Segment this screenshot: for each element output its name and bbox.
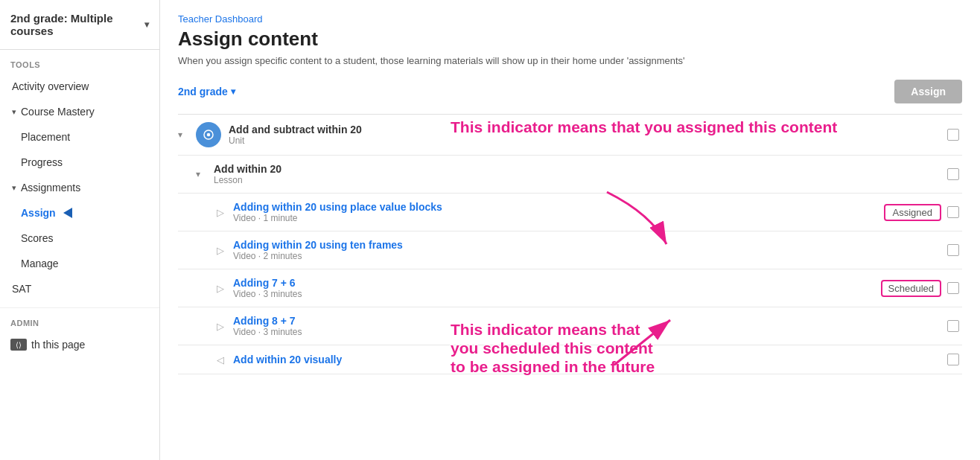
grade-label: 2nd grade: [178, 86, 228, 98]
sidebar-item-label: Assign: [21, 207, 56, 219]
play-icon-2: ▷: [214, 243, 227, 257]
sidebar-item-course-mastery[interactable]: ▾ Course Mastery: [0, 99, 159, 124]
video-row-1: ▷ Adding within 20 using place value blo…: [178, 194, 962, 231]
sidebar-item-placement[interactable]: Placement: [0, 124, 159, 150]
expand-lesson-btn[interactable]: ▾: [196, 169, 211, 179]
unit-meta: Unit: [229, 135, 947, 146]
video-title-2[interactable]: Adding within 20 using ten frames: [233, 239, 947, 251]
expand-icon: ▾: [12, 107, 16, 117]
video-meta-1: Video · 1 minute: [233, 213, 884, 223]
admin-label: ADMIN: [0, 307, 159, 332]
unit-checkbox[interactable]: [947, 129, 959, 141]
video-title-5[interactable]: Add within 20 visually: [233, 354, 947, 365]
unit-actions: [947, 129, 959, 141]
lesson-actions: [947, 168, 959, 180]
sidebar-item-assignments[interactable]: ▾ Assignments: [0, 175, 159, 200]
video-title-4[interactable]: Adding 8 + 7: [233, 315, 947, 327]
svg-point-1: [207, 133, 211, 137]
unit-info: Add and subtract within 20 Unit: [229, 124, 947, 146]
admin-icon: ⟨⟩: [10, 339, 27, 351]
lesson-row: ▾ Add within 20 Lesson: [178, 156, 962, 194]
play-icon-1: ▷: [214, 205, 227, 219]
video-title-1[interactable]: Adding within 20 using place value block…: [233, 201, 884, 213]
active-arrow-icon: [63, 208, 72, 218]
main-content: Teacher Dashboard Assign content When yo…: [160, 0, 980, 460]
lesson-info: Add within 20 Lesson: [214, 163, 947, 185]
unit-title: Add and subtract within 20: [229, 124, 947, 135]
toolbar: 2nd grade ▾ Assign: [178, 80, 962, 103]
video-meta-2: Video · 2 minutes: [233, 251, 947, 261]
video-info-2: Adding within 20 using ten frames Video …: [233, 239, 947, 261]
sidebar-item-label: Manage: [21, 258, 59, 269]
scheduled-badge: Scheduled: [881, 280, 941, 297]
lesson-title: Add within 20: [214, 163, 947, 175]
sidebar-item-label: Progress: [21, 156, 63, 168]
breadcrumb[interactable]: Teacher Dashboard: [178, 13, 962, 25]
page-title: Assign content: [178, 28, 962, 51]
video-title-3[interactable]: Adding 7 + 6: [233, 277, 881, 289]
video-row-4: ▷ Adding 8 + 7 Video · 3 minutes: [178, 307, 962, 345]
tools-label: TOOLS: [0, 50, 159, 74]
sidebar: 2nd grade: Multiple courses ▾ TOOLS Acti…: [0, 0, 160, 460]
content-list: ▾ Add and subtract within 20 Unit ▾ Add …: [178, 114, 962, 374]
video-info-5: Add within 20 visually: [233, 354, 947, 365]
sidebar-item-label: Course Mastery: [21, 106, 95, 118]
page-subtitle: When you assign specific content to a st…: [178, 55, 962, 66]
video-row-3: ▷ Adding 7 + 6 Video · 3 minutes Schedul…: [178, 269, 962, 307]
assigned-badge: Assigned: [884, 204, 941, 221]
video-row-5: ◁ Add within 20 visually: [178, 345, 962, 374]
video-meta-3: Video · 3 minutes: [233, 289, 881, 299]
sidebar-chevron: ▾: [144, 19, 149, 30]
video-checkbox-3[interactable]: [947, 282, 959, 294]
video-info-3: Adding 7 + 6 Video · 3 minutes: [233, 277, 881, 299]
video-checkbox-4[interactable]: [947, 320, 959, 332]
sidebar-item-label: SAT: [12, 283, 31, 295]
expand-icon: ▾: [12, 183, 16, 193]
video-actions-4: [947, 320, 959, 332]
video-checkbox-2[interactable]: [947, 244, 959, 256]
video-actions-3: Scheduled: [881, 280, 959, 297]
play-icon-4: ▷: [214, 319, 227, 333]
video-actions-5: [947, 354, 959, 365]
unit-row: ▾ Add and subtract within 20 Unit: [178, 115, 962, 156]
admin-item-label: th this page: [31, 339, 85, 351]
sidebar-item-label: Placement: [21, 131, 70, 143]
sidebar-item-scores[interactable]: Scores: [0, 226, 159, 251]
lesson-checkbox[interactable]: [947, 168, 959, 180]
video-actions-1: Assigned: [884, 204, 959, 221]
sidebar-item-label: Assignments: [21, 182, 80, 194]
sidebar-item-assign[interactable]: Assign: [0, 200, 159, 226]
grade-selector[interactable]: 2nd grade ▾: [178, 86, 235, 98]
lesson-meta: Lesson: [214, 175, 947, 185]
sidebar-title[interactable]: 2nd grade: Multiple courses ▾: [10, 12, 149, 37]
unit-icon: [196, 122, 221, 147]
sidebar-item-manage[interactable]: Manage: [0, 251, 159, 276]
sidebar-item-activity-overview[interactable]: Activity overview: [0, 74, 159, 99]
video-meta-4: Video · 3 minutes: [233, 327, 947, 337]
grade-chevron: ▾: [231, 86, 235, 97]
sidebar-item-label: Activity overview: [12, 80, 89, 92]
sidebar-admin-item[interactable]: ⟨⟩ th this page: [0, 332, 159, 357]
play-icon-3: ▷: [214, 281, 227, 295]
video-info-1: Adding within 20 using place value block…: [233, 201, 884, 223]
video-actions-2: [947, 244, 959, 256]
expand-unit-btn[interactable]: ▾: [178, 130, 193, 140]
sidebar-header[interactable]: 2nd grade: Multiple courses ▾: [0, 0, 159, 50]
sidebar-item-sat[interactable]: SAT: [0, 276, 159, 301]
sidebar-item-progress[interactable]: Progress: [0, 150, 159, 175]
video-info-4: Adding 8 + 7 Video · 3 minutes: [233, 315, 947, 337]
video-checkbox-1[interactable]: [947, 206, 959, 218]
sidebar-item-label: Scores: [21, 232, 54, 244]
video-row-2: ▷ Adding within 20 using ten frames Vide…: [178, 231, 962, 269]
sidebar-title-text: 2nd grade: Multiple courses: [10, 12, 141, 37]
assign-button[interactable]: Assign: [894, 80, 962, 103]
video-checkbox-5[interactable]: [947, 354, 959, 365]
play-icon-5: ◁: [214, 353, 227, 366]
